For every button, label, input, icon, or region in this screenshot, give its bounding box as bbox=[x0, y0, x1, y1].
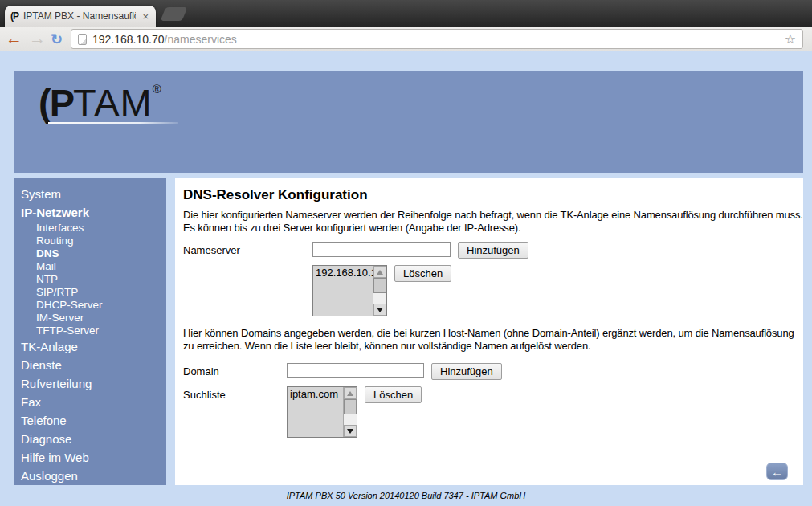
logo-ip-mark: (P bbox=[39, 81, 73, 124]
url-bar[interactable]: 192.168.10.70/nameservices ☆ bbox=[71, 29, 803, 49]
browser-back-icon[interactable]: ← bbox=[6, 27, 22, 50]
sidebar-item-ntp[interactable]: NTP bbox=[21, 273, 166, 286]
sidebar-item-dhcp-server[interactable]: DHCP-Server bbox=[21, 299, 166, 312]
sidebar-item-dienste[interactable]: Dienste bbox=[21, 356, 166, 374]
sidebar-item-tk-anlage[interactable]: TK-Anlage bbox=[21, 337, 166, 356]
sidebar-item-dns[interactable]: DNS bbox=[21, 247, 166, 260]
sidebar-item-system[interactable]: System bbox=[21, 185, 166, 203]
url-host: 192.168.10.70 bbox=[92, 33, 165, 46]
browser-forward-icon[interactable]: → bbox=[29, 27, 46, 50]
iptam-favicon-icon: (P bbox=[10, 10, 18, 22]
tab-strip: (P IPTAM PBX - Namensauflö × bbox=[0, 0, 812, 27]
main-content: DNS-Resolver Konfiguration Die hier konf… bbox=[175, 178, 803, 485]
browser-toolbar: ← → ↻ 192.168.10.70/nameservices ☆ bbox=[0, 27, 812, 51]
sidebar-item-mail[interactable]: Mail bbox=[21, 260, 166, 273]
sidebar: System IP-Netzwerk Interfaces Routing DN… bbox=[14, 178, 166, 485]
domain-label: Domain bbox=[183, 363, 287, 377]
sidebar-item-sip-rtp[interactable]: SIP/RTP bbox=[21, 286, 166, 299]
scroll-up-icon[interactable] bbox=[344, 387, 357, 399]
sidebar-item-hilfe-im-web[interactable]: Hilfe im Web bbox=[21, 448, 166, 467]
browser-reload-icon[interactable]: ↻ bbox=[51, 28, 63, 51]
left-arrow-icon: ← bbox=[771, 465, 783, 479]
logo-tam-text: TAM bbox=[73, 81, 153, 124]
scroll-up-icon[interactable] bbox=[373, 266, 386, 278]
scroll-down-icon[interactable] bbox=[373, 304, 386, 316]
scroll-down-icon[interactable] bbox=[344, 425, 357, 437]
header-banner: (PTAM® bbox=[14, 71, 803, 173]
url-text[interactable]: 192.168.10.70/nameservices bbox=[92, 33, 779, 46]
nameserver-delete-button[interactable]: Löschen bbox=[394, 265, 451, 282]
searchlist-list-item[interactable]: iptam.com bbox=[288, 387, 343, 401]
sidebar-item-im-server[interactable]: IM-Server bbox=[21, 312, 166, 324]
page-document-icon bbox=[78, 34, 87, 45]
nameserver-listbox[interactable]: 192.168.10.1 bbox=[312, 265, 387, 316]
back-button[interactable]: ← bbox=[766, 463, 788, 480]
page: (PTAM® System IP-Netzwerk Interfaces Rou… bbox=[0, 51, 812, 505]
sidebar-item-routing[interactable]: Routing bbox=[21, 235, 166, 247]
footer-version-text: IPTAM PBX 50 Version 20140120 Build 7347… bbox=[14, 485, 798, 505]
searchlist-label: Suchliste bbox=[183, 386, 287, 401]
nameserver-add-button[interactable]: Hinzufügen bbox=[458, 242, 528, 259]
page-title: DNS-Resolver Konfiguration bbox=[183, 187, 795, 203]
tab-close-icon[interactable]: × bbox=[141, 10, 150, 22]
tab-title: IPTAM PBX - Namensauflö bbox=[23, 10, 136, 22]
sidebar-item-tftp-server[interactable]: TFTP-Server bbox=[21, 324, 166, 337]
browser-tab[interactable]: (P IPTAM PBX - Namensauflö × bbox=[5, 6, 156, 27]
sidebar-item-ip-netzwerk[interactable]: IP-Netzwerk bbox=[21, 203, 166, 222]
sidebar-item-diagnose[interactable]: Diagnose bbox=[21, 430, 166, 448]
listbox-scrollbar[interactable] bbox=[373, 266, 386, 316]
nameserver-label: Nameserver bbox=[183, 242, 312, 256]
scrollbar-thumb[interactable] bbox=[344, 399, 357, 414]
sidebar-item-fax[interactable]: Fax bbox=[21, 393, 166, 411]
nameserver-list-item[interactable]: 192.168.10.1 bbox=[313, 266, 373, 280]
new-tab-button[interactable] bbox=[161, 7, 188, 21]
sidebar-item-ausloggen[interactable]: Ausloggen bbox=[21, 467, 166, 485]
iptam-logo: (PTAM® bbox=[39, 80, 161, 124]
intro-text: Die hier konfigurierten Nameserver werde… bbox=[183, 209, 795, 235]
bookmark-star-icon[interactable]: ☆ bbox=[785, 31, 796, 47]
searchlist-listbox[interactable]: iptam.com bbox=[287, 386, 357, 438]
sidebar-item-rufverteilung[interactable]: Rufverteilung bbox=[21, 374, 166, 393]
nameserver-input[interactable] bbox=[312, 242, 451, 257]
domains-text: Hier können Domains angegeben werden, di… bbox=[183, 327, 795, 353]
sidebar-item-interfaces[interactable]: Interfaces bbox=[21, 222, 166, 235]
domain-add-button[interactable]: Hinzufügen bbox=[431, 363, 502, 380]
registered-mark-icon: ® bbox=[153, 82, 161, 96]
logo-underline bbox=[48, 122, 178, 124]
sidebar-item-telefone[interactable]: Telefone bbox=[21, 411, 166, 430]
domain-input[interactable] bbox=[287, 363, 424, 378]
listbox-scrollbar[interactable] bbox=[343, 387, 357, 437]
searchlist-delete-button[interactable]: Löschen bbox=[365, 386, 422, 403]
url-path: /nameservices bbox=[165, 33, 237, 46]
scrollbar-thumb[interactable] bbox=[373, 278, 386, 293]
divider bbox=[183, 459, 795, 459]
